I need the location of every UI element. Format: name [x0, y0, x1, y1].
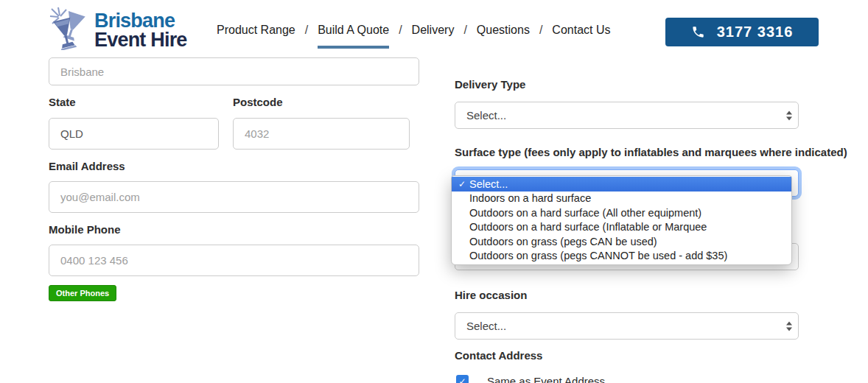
phone-number: 3177 3316: [717, 24, 794, 41]
same-as-event-address-label: Same as Event Address: [487, 375, 605, 383]
dropdown-option[interactable]: ✓Select...: [452, 177, 791, 192]
dropdown-option[interactable]: Outdoors on grass (pegs CANNOT be used -…: [452, 249, 791, 264]
nav-item-build-a-quote[interactable]: Build A Quote: [318, 24, 389, 49]
hire-occasion-value: Select...: [466, 320, 506, 332]
checkmark-icon: ✓: [455, 179, 469, 189]
delivery-type-select[interactable]: Select...: [455, 102, 799, 129]
main-nav: Product Range/Build A Quote/Delivery/Que…: [217, 24, 611, 49]
logo-text: Brisbane Event Hire: [94, 11, 187, 49]
delivery-type-value: Select...: [466, 109, 506, 122]
wine-glasses-logo-icon: [49, 7, 90, 53]
nav-item-product-range[interactable]: Product Range: [217, 24, 295, 46]
delivery-type-label: Delivery Type: [455, 78, 525, 91]
dropdown-option-label: Select...: [469, 178, 508, 190]
dropdown-option-label: Outdoors on a hard surface (Inflatable o…: [469, 221, 707, 233]
nav-separator: /: [539, 24, 542, 37]
dropdown-option-label: Indoors on a hard surface: [469, 192, 591, 204]
dropdown-option[interactable]: Outdoors on grass (pegs CAN be used): [452, 234, 791, 249]
city-input[interactable]: [49, 57, 419, 85]
other-phones-button[interactable]: Other Phones: [49, 285, 116, 301]
nav-item-contact-us[interactable]: Contact Us: [552, 24, 610, 46]
surface-type-label: Surface type (fees only apply to inflata…: [455, 146, 847, 158]
phone-button[interactable]: 3177 3316: [665, 18, 819, 46]
dropdown-option-label: Outdoors on grass (pegs CAN be used): [469, 236, 657, 247]
state-label: State: [49, 96, 76, 108]
up-down-arrows-icon: [786, 321, 792, 331]
nav-separator: /: [399, 24, 402, 37]
dropdown-option[interactable]: Outdoors on a hard surface (Inflatable o…: [452, 220, 791, 235]
dropdown-option[interactable]: Outdoors on a hard surface (All other eq…: [452, 205, 791, 220]
postcode-input[interactable]: [233, 118, 410, 150]
mobile-phone-label: Mobile Phone: [49, 223, 121, 236]
build-a-quote-page: Brisbane Event Hire Product Range/Build …: [0, 0, 868, 383]
logo-line2: Event Hire: [94, 30, 187, 49]
hire-occasion-select[interactable]: Select...: [455, 312, 799, 340]
email-input[interactable]: [49, 181, 419, 213]
email-label: Email Address: [49, 160, 125, 172]
up-down-arrows-icon: [786, 110, 792, 120]
logo-line1: Brisbane: [94, 11, 187, 30]
logo[interactable]: Brisbane Event Hire: [49, 7, 187, 53]
dropdown-option[interactable]: Indoors on a hard surface: [452, 192, 791, 206]
nav-separator: /: [463, 24, 466, 37]
surface-type-dropdown: ✓Select...Indoors on a hard surfaceOutdo…: [451, 175, 792, 265]
postcode-label: Postcode: [233, 96, 283, 108]
nav-item-delivery[interactable]: Delivery: [412, 24, 455, 46]
nav-item-questions[interactable]: Questions: [477, 24, 530, 46]
mobile-phone-input[interactable]: [49, 245, 419, 276]
checkbox-checked-icon[interactable]: ✓: [456, 375, 469, 383]
dropdown-option-label: Outdoors on a hard surface (All other eq…: [469, 207, 701, 219]
site-header: Brisbane Event Hire Product Range/Build …: [0, 0, 868, 57]
same-as-event-address-row: ✓ Same as Event Address: [456, 375, 605, 383]
phone-icon: [691, 25, 705, 39]
contact-address-label: Contact Address: [455, 349, 542, 362]
nav-separator: /: [305, 24, 308, 37]
dropdown-option-label: Outdoors on grass (pegs CANNOT be used -…: [469, 250, 727, 261]
hire-occasion-label: Hire occasion: [455, 289, 527, 301]
state-input[interactable]: [49, 118, 219, 150]
